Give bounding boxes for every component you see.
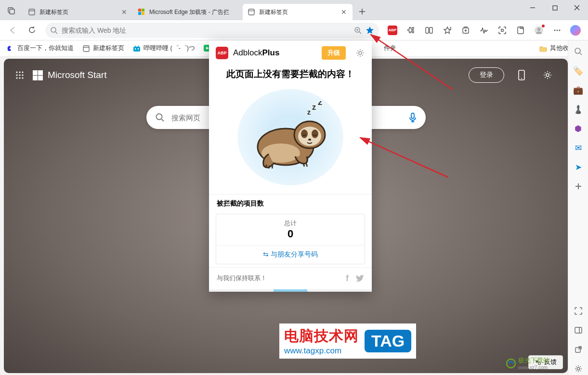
svg-line-42 — [138, 46, 139, 47]
sidebar-games-icon[interactable]: ♟️ — [572, 103, 585, 116]
minimize-button[interactable] — [522, 0, 544, 15]
screenshot-button[interactable] — [494, 22, 511, 39]
svg-point-48 — [22, 71, 23, 73]
annotation-arrow-1 — [366, 32, 457, 94]
collections-button[interactable] — [457, 22, 474, 39]
svg-point-81 — [308, 139, 311, 141]
svg-line-19 — [359, 32, 361, 34]
svg-line-41 — [135, 46, 136, 47]
svg-point-36 — [557, 29, 558, 31]
sidebar-external-icon[interactable] — [572, 343, 585, 356]
sidebar-hide-icon[interactable] — [572, 324, 585, 336]
svg-rect-1 — [10, 9, 14, 14]
upgrade-button[interactable]: 升级 — [322, 46, 346, 60]
svg-point-63 — [575, 48, 580, 53]
tab-favicon — [248, 8, 255, 16]
facebook-icon[interactable]: f — [346, 273, 349, 284]
back-button[interactable] — [4, 22, 21, 39]
sidebar-shopping-icon[interactable]: 🏷️ — [572, 65, 585, 77]
address-input[interactable] — [62, 26, 350, 34]
address-bar[interactable] — [45, 23, 379, 38]
sidebar-screenshot-icon[interactable] — [572, 305, 585, 317]
settings-gear-icon[interactable] — [539, 66, 556, 84]
abp-settings-icon[interactable] — [355, 48, 365, 58]
sidebar-tools-icon[interactable]: 💼 — [572, 84, 585, 96]
svg-point-54 — [22, 77, 23, 78]
svg-text:z: z — [307, 108, 311, 116]
copilot-button[interactable] — [567, 22, 584, 39]
svg-point-58 — [156, 114, 162, 120]
sidebar-send-icon[interactable]: ➤ — [572, 161, 585, 173]
bookmark-baidu[interactable]: 百度一下，你就知道 — [7, 44, 74, 52]
baidu-icon — [7, 45, 14, 52]
zoom-icon[interactable] — [354, 26, 362, 34]
sidebar-search-icon[interactable] — [572, 45, 585, 58]
microsoft-icon — [33, 70, 43, 80]
svg-point-50 — [19, 74, 20, 76]
twitter-icon[interactable] — [355, 275, 364, 282]
svg-point-71 — [359, 52, 362, 54]
sidebar-add-icon[interactable] — [572, 180, 585, 193]
share-button[interactable]: ⇆ 与朋友分享号码 — [216, 245, 365, 264]
tab-label: Microsoft Edge 加载项 - 广告拦 — [149, 8, 238, 16]
svg-rect-6 — [138, 12, 141, 15]
sidebar-office-icon[interactable]: ⬢ — [572, 122, 585, 135]
tab-1[interactable]: 新建标签页 ✕ — [23, 4, 133, 20]
voice-search-icon[interactable] — [408, 112, 417, 123]
new-tab-button[interactable] — [355, 5, 369, 18]
svg-text:z: z — [312, 103, 316, 111]
svg-rect-60 — [411, 113, 414, 118]
bookmark-newtab[interactable]: 新建标签页 — [82, 44, 124, 52]
bookmark-bilibili[interactable]: 哔哩哔哩 (゜-゜)つ — [133, 44, 195, 52]
svg-rect-31 — [518, 27, 523, 34]
svg-point-51 — [22, 74, 23, 76]
tab-favicon — [138, 8, 145, 16]
drop-button[interactable] — [512, 22, 529, 39]
svg-rect-40 — [133, 47, 140, 52]
mobile-icon[interactable] — [513, 66, 530, 84]
refresh-button[interactable] — [23, 22, 40, 39]
svg-point-70 — [577, 367, 580, 370]
svg-rect-38 — [83, 46, 89, 52]
abp-brand: AdblockPlus — [233, 48, 279, 58]
svg-point-79 — [301, 129, 308, 138]
bookmark-label: 新建标签页 — [93, 44, 124, 52]
svg-point-34 — [537, 27, 540, 30]
close-icon[interactable]: ✕ — [120, 8, 128, 16]
tab-actions-icon[interactable] — [4, 3, 19, 18]
svg-point-46 — [16, 71, 17, 73]
close-icon[interactable]: ✕ — [340, 8, 348, 16]
close-window-button[interactable] — [566, 0, 588, 15]
tab-label: 新建标签页 — [39, 8, 117, 16]
page-icon — [82, 45, 90, 52]
svg-rect-5 — [142, 9, 144, 12]
sidebar-settings-icon[interactable] — [572, 362, 585, 375]
svg-point-49 — [16, 74, 17, 76]
maximize-button[interactable] — [544, 0, 566, 15]
folder-icon — [539, 45, 547, 52]
svg-point-37 — [559, 29, 561, 31]
profile-button[interactable] — [530, 22, 548, 39]
tab-label: 新建标签页 — [259, 8, 336, 16]
stats-label: 被拦截的项目数 — [209, 194, 372, 211]
menu-button[interactable] — [549, 22, 566, 39]
login-button[interactable]: 登录 — [469, 67, 504, 83]
microsoft-start-logo[interactable]: Microsoft Start — [33, 70, 106, 80]
svg-rect-7 — [142, 12, 144, 15]
abp-logo-icon: ABP — [216, 47, 228, 59]
performance-button[interactable] — [475, 22, 493, 39]
svg-rect-13 — [553, 6, 557, 10]
brand-label: Microsoft Start — [48, 70, 106, 80]
app-launcher-icon[interactable] — [15, 71, 24, 79]
svg-rect-2 — [29, 9, 35, 15]
tab-2[interactable]: Microsoft Edge 加载项 - 广告拦 — [133, 4, 243, 20]
svg-line-64 — [580, 53, 582, 55]
tab-3-active[interactable]: 新建标签页 ✕ — [243, 4, 353, 20]
contact-label: 与我们保持联系！ — [217, 274, 267, 283]
jiguang-watermark: 极光下载站 www.xz7.com — [506, 356, 549, 370]
svg-line-83 — [360, 138, 448, 177]
svg-point-57 — [546, 74, 549, 77]
svg-point-35 — [554, 29, 556, 31]
edge-sidebar: 🏷️ 💼 ♟️ ⬢ ✉ ➤ — [568, 40, 588, 375]
sidebar-outlook-icon[interactable]: ✉ — [572, 142, 585, 154]
